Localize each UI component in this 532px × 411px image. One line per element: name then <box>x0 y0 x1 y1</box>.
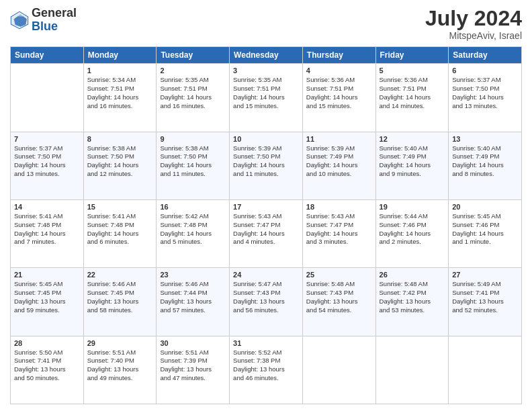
day-number: 26 <box>380 271 445 279</box>
day-header-wednesday: Wednesday <box>230 47 303 64</box>
title-block: July 2024 MitspeAviv, Israel <box>425 7 522 41</box>
week-row-4: 21Sunrise: 5:45 AM Sunset: 7:45 PM Dayli… <box>11 268 522 336</box>
cell-content: Sunrise: 5:43 AM Sunset: 7:47 PM Dayligh… <box>233 212 299 246</box>
day-number: 21 <box>14 271 80 279</box>
header: General Blue July 2024 MitspeAviv, Israe… <box>10 7 522 41</box>
cell-content: Sunrise: 5:45 AM Sunset: 7:45 PM Dayligh… <box>14 280 80 314</box>
day-number: 31 <box>233 339 299 347</box>
day-number: 29 <box>87 339 153 347</box>
cell-content: Sunrise: 5:46 AM Sunset: 7:44 PM Dayligh… <box>160 280 226 314</box>
cell-content: Sunrise: 5:48 AM Sunset: 7:42 PM Dayligh… <box>380 280 445 314</box>
cell-content: Sunrise: 5:39 AM Sunset: 7:50 PM Dayligh… <box>233 144 299 179</box>
calendar-cell: 14Sunrise: 5:41 AM Sunset: 7:48 PM Dayli… <box>11 199 84 267</box>
calendar-cell: 1Sunrise: 5:34 AM Sunset: 7:51 PM Daylig… <box>83 64 157 132</box>
calendar-cell: 6Sunrise: 5:37 AM Sunset: 7:50 PM Daylig… <box>449 64 522 132</box>
calendar-cell: 20Sunrise: 5:45 AM Sunset: 7:46 PM Dayli… <box>449 199 522 267</box>
header-row: SundayMondayTuesdayWednesdayThursdayFrid… <box>11 47 522 64</box>
calendar-cell: 24Sunrise: 5:47 AM Sunset: 7:43 PM Dayli… <box>230 268 303 336</box>
cell-content: Sunrise: 5:41 AM Sunset: 7:48 PM Dayligh… <box>14 212 80 246</box>
cell-content: Sunrise: 5:50 AM Sunset: 7:41 PM Dayligh… <box>14 349 80 383</box>
day-number: 20 <box>452 203 518 211</box>
cell-content: Sunrise: 5:40 AM Sunset: 7:49 PM Dayligh… <box>452 144 518 179</box>
cell-content: Sunrise: 5:36 AM Sunset: 7:51 PM Dayligh… <box>306 76 372 110</box>
day-number: 15 <box>87 203 153 211</box>
day-number: 8 <box>87 135 153 143</box>
cell-content: Sunrise: 5:52 AM Sunset: 7:38 PM Dayligh… <box>233 349 299 383</box>
cell-content: Sunrise: 5:35 AM Sunset: 7:51 PM Dayligh… <box>233 76 299 110</box>
day-number: 11 <box>306 135 372 143</box>
logo-blue: Blue <box>32 19 58 33</box>
day-number: 28 <box>14 339 80 347</box>
calendar-cell: 9Sunrise: 5:38 AM Sunset: 7:50 PM Daylig… <box>157 132 230 199</box>
day-header-thursday: Thursday <box>302 47 375 64</box>
week-row-1: 1Sunrise: 5:34 AM Sunset: 7:51 PM Daylig… <box>11 64 522 132</box>
cell-content: Sunrise: 5:38 AM Sunset: 7:50 PM Dayligh… <box>160 144 226 179</box>
day-number: 13 <box>452 135 518 143</box>
calendar-cell: 28Sunrise: 5:50 AM Sunset: 7:41 PM Dayli… <box>11 336 84 404</box>
calendar: SundayMondayTuesdayWednesdayThursdayFrid… <box>10 46 522 404</box>
day-number: 9 <box>160 135 226 143</box>
calendar-cell: 3Sunrise: 5:35 AM Sunset: 7:51 PM Daylig… <box>230 64 303 132</box>
cell-content: Sunrise: 5:37 AM Sunset: 7:50 PM Dayligh… <box>14 144 80 179</box>
calendar-cell: 25Sunrise: 5:48 AM Sunset: 7:43 PM Dayli… <box>302 268 375 336</box>
day-number: 6 <box>452 66 518 75</box>
day-number: 24 <box>233 271 299 279</box>
day-number: 12 <box>380 135 445 143</box>
day-number: 7 <box>14 135 80 143</box>
calendar-cell: 7Sunrise: 5:37 AM Sunset: 7:50 PM Daylig… <box>11 132 84 199</box>
calendar-cell: 4Sunrise: 5:36 AM Sunset: 7:51 PM Daylig… <box>302 64 375 132</box>
cell-content: Sunrise: 5:46 AM Sunset: 7:45 PM Dayligh… <box>87 280 153 314</box>
cell-content: Sunrise: 5:47 AM Sunset: 7:43 PM Dayligh… <box>233 280 299 314</box>
day-number: 3 <box>233 66 299 75</box>
day-number: 19 <box>380 203 445 211</box>
cell-content: Sunrise: 5:44 AM Sunset: 7:46 PM Dayligh… <box>380 212 445 246</box>
cell-content: Sunrise: 5:41 AM Sunset: 7:48 PM Dayligh… <box>87 212 153 246</box>
month-year: July 2024 <box>425 7 522 30</box>
day-number: 23 <box>160 271 226 279</box>
calendar-cell: 11Sunrise: 5:39 AM Sunset: 7:49 PM Dayli… <box>302 132 375 199</box>
calendar-cell: 2Sunrise: 5:35 AM Sunset: 7:51 PM Daylig… <box>157 64 230 132</box>
calendar-cell: 18Sunrise: 5:43 AM Sunset: 7:47 PM Dayli… <box>302 199 375 267</box>
day-number: 17 <box>233 203 299 211</box>
calendar-cell: 5Sunrise: 5:36 AM Sunset: 7:51 PM Daylig… <box>375 64 449 132</box>
calendar-cell: 15Sunrise: 5:41 AM Sunset: 7:48 PM Dayli… <box>83 199 157 267</box>
cell-content: Sunrise: 5:36 AM Sunset: 7:51 PM Dayligh… <box>380 76 445 110</box>
cell-content: Sunrise: 5:51 AM Sunset: 7:40 PM Dayligh… <box>87 349 153 383</box>
day-number: 30 <box>160 339 226 347</box>
calendar-cell: 27Sunrise: 5:49 AM Sunset: 7:41 PM Dayli… <box>449 268 522 336</box>
calendar-cell: 19Sunrise: 5:44 AM Sunset: 7:46 PM Dayli… <box>375 199 449 267</box>
cell-content: Sunrise: 5:40 AM Sunset: 7:49 PM Dayligh… <box>380 144 445 179</box>
day-number: 4 <box>306 66 372 75</box>
day-number: 5 <box>380 66 445 75</box>
cell-content: Sunrise: 5:37 AM Sunset: 7:50 PM Dayligh… <box>452 76 518 110</box>
calendar-cell: 26Sunrise: 5:48 AM Sunset: 7:42 PM Dayli… <box>375 268 449 336</box>
day-number: 14 <box>14 203 80 211</box>
day-number: 27 <box>452 271 518 279</box>
calendar-cell: 23Sunrise: 5:46 AM Sunset: 7:44 PM Dayli… <box>157 268 230 336</box>
cell-content: Sunrise: 5:43 AM Sunset: 7:47 PM Dayligh… <box>306 212 372 246</box>
week-row-5: 28Sunrise: 5:50 AM Sunset: 7:41 PM Dayli… <box>11 336 522 404</box>
calendar-cell: 30Sunrise: 5:51 AM Sunset: 7:39 PM Dayli… <box>157 336 230 404</box>
day-header-tuesday: Tuesday <box>157 47 230 64</box>
cell-content: Sunrise: 5:42 AM Sunset: 7:48 PM Dayligh… <box>160 212 226 246</box>
day-number: 1 <box>87 66 153 75</box>
day-header-saturday: Saturday <box>449 47 522 64</box>
calendar-cell: 12Sunrise: 5:40 AM Sunset: 7:49 PM Dayli… <box>375 132 449 199</box>
day-number: 22 <box>87 271 153 279</box>
cell-content: Sunrise: 5:45 AM Sunset: 7:46 PM Dayligh… <box>452 212 518 246</box>
cell-content: Sunrise: 5:49 AM Sunset: 7:41 PM Dayligh… <box>452 280 518 314</box>
logo-general: General <box>32 6 77 19</box>
location: MitspeAviv, Israel <box>425 30 522 41</box>
calendar-cell <box>11 64 84 132</box>
calendar-cell: 10Sunrise: 5:39 AM Sunset: 7:50 PM Dayli… <box>230 132 303 199</box>
calendar-cell: 29Sunrise: 5:51 AM Sunset: 7:40 PM Dayli… <box>83 336 157 404</box>
calendar-cell: 21Sunrise: 5:45 AM Sunset: 7:45 PM Dayli… <box>11 268 84 336</box>
calendar-cell: 16Sunrise: 5:42 AM Sunset: 7:48 PM Dayli… <box>157 199 230 267</box>
day-header-sunday: Sunday <box>11 47 84 64</box>
calendar-cell: 31Sunrise: 5:52 AM Sunset: 7:38 PM Dayli… <box>230 336 303 404</box>
day-header-friday: Friday <box>375 47 449 64</box>
day-header-monday: Monday <box>83 47 157 64</box>
calendar-cell: 17Sunrise: 5:43 AM Sunset: 7:47 PM Dayli… <box>230 199 303 267</box>
cell-content: Sunrise: 5:51 AM Sunset: 7:39 PM Dayligh… <box>160 349 226 383</box>
page: General Blue July 2024 MitspeAviv, Israe… <box>0 0 532 411</box>
